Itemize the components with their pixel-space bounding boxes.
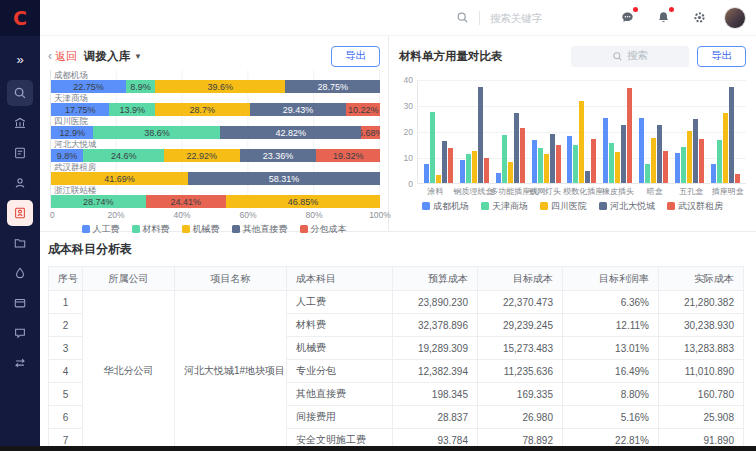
legend-item[interactable]: 天津商场 [481, 200, 528, 213]
legend-item[interactable]: 机械费 [182, 223, 220, 236]
grouped-bar[interactable] [621, 125, 626, 184]
bar-segment[interactable]: 22.92% [164, 149, 239, 162]
bar-segment[interactable]: 23.36% [240, 149, 317, 162]
grouped-bar[interactable] [567, 136, 572, 183]
grouped-bar[interactable] [627, 88, 632, 183]
chart-search-input[interactable]: 搜索 [571, 46, 689, 67]
grouped-bar[interactable] [735, 174, 740, 183]
bar-segment[interactable]: 13.9% [109, 103, 155, 116]
sidebar-item-cards[interactable] [7, 290, 33, 316]
bar-segment[interactable]: 41.69% [51, 172, 188, 185]
grouped-bar[interactable] [573, 145, 578, 183]
bar-segment[interactable]: 42.82% [220, 126, 361, 139]
grouped-bar[interactable] [496, 173, 501, 183]
grouped-bar[interactable] [639, 118, 644, 183]
grouped-bar[interactable] [556, 145, 561, 183]
grouped-bar[interactable] [729, 87, 734, 183]
grouped-bar[interactable] [591, 139, 596, 183]
sidebar-item-resources[interactable] [7, 260, 33, 286]
grouped-bar[interactable] [430, 112, 435, 184]
bar-segment[interactable]: 24.41% [146, 195, 226, 208]
bar-segment[interactable]: 12.9% [51, 126, 93, 139]
notifications-button[interactable] [652, 7, 674, 29]
sidebar-item-users[interactable] [7, 170, 33, 196]
grouped-bar[interactable] [538, 148, 543, 183]
grouped-bar[interactable] [651, 138, 656, 184]
page-title[interactable]: 调拨入库 [84, 49, 130, 64]
sidebar-item-documents[interactable] [7, 140, 33, 166]
bar-segment[interactable]: 17.75% [51, 103, 109, 116]
bar-segment[interactable]: 58.31% [188, 172, 380, 185]
bar-segment[interactable]: 9.8% [51, 149, 83, 162]
legend-item[interactable]: 武汉群租房 [667, 200, 723, 213]
grouped-bar[interactable] [508, 162, 513, 183]
grouped-bar[interactable] [472, 151, 477, 184]
chevron-down-icon[interactable]: ▼ [134, 52, 142, 61]
grouped-bar[interactable] [424, 164, 429, 184]
grouped-bar[interactable] [514, 113, 519, 183]
grouped-bar[interactable] [657, 125, 662, 184]
grouped-bar[interactable] [484, 158, 489, 183]
grouped-bar[interactable] [478, 87, 483, 183]
sidebar-item-company[interactable] [7, 110, 33, 136]
bar-segment[interactable]: 28.75% [285, 80, 380, 93]
grouped-bar[interactable] [550, 134, 555, 183]
grouped-bar[interactable] [532, 140, 537, 183]
messages-button[interactable] [616, 7, 638, 29]
grouped-bar[interactable] [609, 143, 614, 183]
legend-item[interactable]: 材料费 [132, 223, 170, 236]
grouped-bar[interactable] [615, 152, 620, 183]
grouped-bar[interactable] [663, 151, 668, 184]
legend-item[interactable]: 成都机场 [422, 200, 469, 213]
legend-item[interactable]: 分包成本 [300, 223, 347, 236]
grouped-bar[interactable] [442, 141, 447, 183]
settings-button[interactable] [688, 7, 710, 29]
sidebar-item-search[interactable] [7, 80, 33, 106]
user-avatar[interactable] [724, 7, 746, 29]
bar-segment[interactable]: 8.9% [126, 80, 155, 93]
bar-segment[interactable]: 46.85% [226, 195, 380, 208]
export-button[interactable]: 导出 [331, 46, 380, 67]
bar-segment[interactable]: 39.6% [155, 80, 285, 93]
app-logo[interactable]: C [0, 0, 40, 36]
sidebar-item-files[interactable] [7, 230, 33, 256]
grouped-bar[interactable] [520, 128, 525, 183]
grouped-bar[interactable] [645, 164, 650, 184]
search-icon[interactable] [456, 11, 469, 24]
legend-item[interactable]: 其他直接费 [232, 223, 288, 236]
bar-segment[interactable]: 22.75% [51, 80, 126, 93]
legend-item[interactable]: 四川医院 [540, 200, 587, 213]
grouped-bar[interactable] [436, 175, 441, 183]
sidebar-item-messages[interactable] [7, 320, 33, 346]
grouped-bar[interactable] [502, 135, 507, 183]
grouped-bar[interactable] [675, 153, 680, 183]
grouped-bar[interactable] [711, 164, 716, 184]
legend-item[interactable]: 人工费 [82, 223, 120, 236]
grouped-bar[interactable] [717, 140, 722, 183]
bar-segment[interactable]: 38.6% [93, 126, 220, 139]
export-button[interactable]: 导出 [697, 46, 746, 67]
grouped-bar[interactable] [579, 101, 584, 183]
legend-item[interactable]: 河北大悦城 [599, 200, 655, 213]
sidebar-item-projects-active[interactable] [7, 200, 33, 226]
grouped-bar[interactable] [460, 160, 465, 183]
back-link[interactable]: 返回 [55, 49, 77, 64]
grouped-bar[interactable] [687, 131, 692, 183]
grouped-bar[interactable] [693, 119, 698, 183]
bar-segment[interactable]: 5.68% [361, 126, 380, 139]
grouped-bar[interactable] [466, 154, 471, 183]
global-search-input[interactable] [490, 12, 574, 24]
grouped-bar[interactable] [544, 154, 549, 183]
bar-segment[interactable]: 28.7% [155, 103, 249, 116]
grouped-bar[interactable] [448, 148, 453, 183]
bar-segment[interactable]: 28.74% [51, 195, 146, 208]
grouped-bar[interactable] [699, 139, 704, 183]
grouped-bar[interactable] [723, 113, 728, 183]
sidebar-expand-icon[interactable]: » [7, 46, 33, 72]
bar-segment[interactable]: 10.22% [346, 103, 380, 116]
grouped-bar[interactable] [681, 147, 686, 183]
bar-segment[interactable]: 29.43% [250, 103, 347, 116]
bar-segment[interactable]: 19.32% [316, 149, 380, 162]
sidebar-item-transfer[interactable] [7, 350, 33, 376]
grouped-bar[interactable] [603, 118, 608, 183]
